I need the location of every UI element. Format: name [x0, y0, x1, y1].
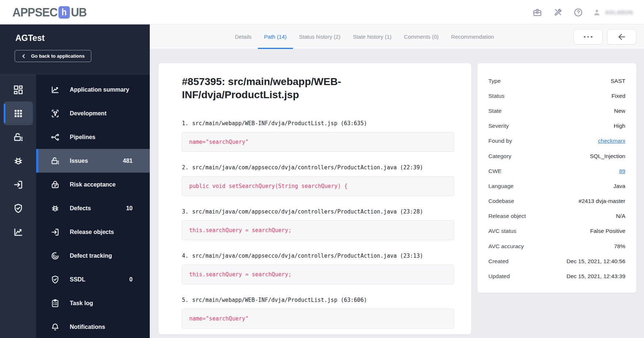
detail-row-severity: Severity High	[488, 119, 625, 134]
detail-value: SQL_Injection	[590, 153, 625, 160]
detail-row-avc-accuracy: AVC accuracy 78%	[488, 239, 625, 254]
tab-path[interactable]: Path (14)	[258, 24, 293, 49]
sidebar-item-risk-acceptance[interactable]: Risk acceptance	[36, 173, 150, 196]
bell-icon	[50, 322, 60, 332]
path-step: 3.src/main/java/com/appsecco/dvja/contro…	[182, 208, 454, 240]
go-back-to-applications-button[interactable]: Go back to applications	[15, 50, 91, 62]
found-by-link[interactable]: checkmarx	[598, 138, 625, 144]
sidebar-item-pipelines[interactable]: Pipelines	[36, 125, 150, 149]
sidebar-item-application-summary[interactable]: Application summary	[36, 78, 150, 101]
code-snippet: name="searchQuery"	[189, 139, 249, 145]
logo-text-suffix: UB	[71, 5, 87, 19]
tab-status-history[interactable]: Status history (2)	[293, 24, 347, 49]
sidebar-item-label: SSDL	[70, 276, 85, 283]
path-step: 4.src/main/java/com/appsecco/dvja/contro…	[182, 252, 454, 284]
sidebar-item-development[interactable]: Development	[36, 101, 150, 125]
detail-value: Dec 15, 2021, 12:40:56	[567, 258, 625, 265]
rail-line-chart-icon[interactable]	[0, 220, 36, 244]
enter-box-icon	[50, 227, 60, 237]
detail-value: Dec 15, 2021, 12:43:39	[567, 273, 625, 280]
path-step-file: src/main/webapp/WEB-INF/dvja/ProductList…	[192, 120, 367, 127]
tab-comments[interactable]: Comments (0)	[398, 24, 445, 49]
detail-value: #2413 dvja-master	[579, 198, 625, 204]
appsechub-logo[interactable]: APPSEC h UB	[12, 0, 87, 24]
go-back-label: Go back to applications	[31, 53, 85, 59]
path-step-number: 2.	[182, 164, 188, 171]
rail-shield-check-icon[interactable]	[0, 196, 36, 220]
ssdl-count-badge: 0	[129, 276, 150, 283]
rail-apps-grid-icon[interactable]	[4, 101, 33, 125]
unlock-alert-icon	[50, 156, 60, 166]
detail-value: N/A	[616, 213, 625, 219]
sidebar-header: AGTest Go back to applications	[0, 24, 150, 74]
code-snippet-box: public void setSearchQuery(String search…	[182, 176, 454, 196]
path-step-file: src/main/java/com/appsecco/dvja/controll…	[192, 208, 423, 215]
icon-rail	[0, 74, 36, 338]
path-step-number: 1.	[182, 120, 188, 127]
sidebar-item-release-objects[interactable]: Release objects	[36, 220, 150, 244]
chevron-left-icon	[21, 54, 26, 59]
defects-count-badge: 10	[126, 205, 150, 212]
detail-value: New	[614, 108, 625, 114]
application-name: AGTest	[15, 33, 45, 43]
bug-icon	[50, 204, 60, 213]
tab-state-history[interactable]: State history (1)	[347, 24, 398, 49]
detail-row-cwe: CWE 89	[488, 164, 625, 178]
sidebar-item-issues[interactable]: Issues 481	[36, 149, 150, 173]
issue-details-panel: Type SAST Status Fixed State New Severit…	[477, 63, 636, 293]
logo-text-prefix: APPSEC	[12, 5, 57, 19]
detail-label: Created	[488, 258, 508, 265]
lock-check-icon	[50, 180, 60, 189]
sidebar-item-ssdl[interactable]: SSDL 0	[36, 268, 150, 291]
tab-details[interactable]: Details	[229, 24, 258, 49]
sidebar-item-label: Task log	[70, 300, 93, 307]
detail-value: Fixed	[611, 93, 625, 99]
detail-label: Status	[488, 93, 504, 99]
rail-enter-box-icon[interactable]	[0, 173, 36, 196]
briefcase-icon[interactable]	[533, 8, 542, 17]
sidebar-item-notifications[interactable]: Notifications	[36, 315, 150, 338]
rail-bug-icon[interactable]	[0, 149, 36, 173]
sidebar-item-defect-tracking[interactable]: Defect tracking	[36, 244, 150, 268]
tab-recommendation[interactable]: Recommendation	[445, 24, 500, 49]
code-snippet: this.searchQuery = searchQuery;	[189, 271, 291, 278]
user-menu[interactable]: AGLADUN	[592, 0, 633, 24]
path-step-number: 5.	[182, 297, 188, 303]
detail-row-state: State New	[488, 103, 625, 118]
detail-label: Severity	[488, 123, 509, 129]
issues-count-badge: 481	[123, 158, 150, 164]
path-step-number: 4.	[182, 253, 188, 259]
line-chart-icon	[50, 85, 60, 95]
sidebar: AGTest Go back to applications	[0, 24, 150, 338]
detail-row-found-by: Found by checkmarx	[488, 134, 625, 149]
path-step-number: 3.	[182, 208, 188, 215]
clipboard-list-icon	[50, 299, 60, 308]
help-icon[interactable]	[573, 8, 583, 17]
sidebar-item-task-log[interactable]: Task log	[36, 291, 150, 315]
sidebar-item-label: Issues	[70, 158, 88, 164]
sidebar-item-label: Pipelines	[70, 134, 95, 141]
more-actions-button[interactable]	[573, 29, 603, 45]
detail-row-category: Category SQL_Injection	[488, 149, 625, 164]
sidebar-menu: Application summary Development	[36, 74, 150, 338]
path-step: 1.src/main/webapp/WEB-INF/dvja/ProductLi…	[182, 120, 454, 152]
code-snippet-box: name="searchQuery"	[182, 309, 454, 329]
detail-label: Language	[488, 183, 514, 189]
cwe-link[interactable]: 89	[619, 168, 625, 174]
tools-icon[interactable]	[553, 8, 563, 17]
rail-dashboard-icon[interactable]	[0, 78, 36, 101]
detail-row-created: Created Dec 15, 2021, 12:40:56	[488, 254, 625, 269]
rail-unlock-alert-icon[interactable]	[0, 125, 36, 149]
sidebar-item-label: Risk acceptance	[70, 181, 115, 188]
sidebar-item-defects[interactable]: Defects 10	[36, 196, 150, 220]
path-step-location: 1.src/main/webapp/WEB-INF/dvja/ProductLi…	[182, 120, 454, 127]
path-step-location: 3.src/main/java/com/appsecco/dvja/contro…	[182, 208, 454, 216]
issue-title: #857395: src/main/webapp/WEB-INF/dvja/Pr…	[182, 75, 361, 101]
detail-label: Updated	[488, 273, 510, 280]
sidebar-item-label: Defect tracking	[70, 253, 112, 259]
detail-label: Category	[488, 153, 511, 160]
back-button[interactable]	[607, 29, 636, 45]
detail-label: Release object	[488, 213, 526, 219]
path-list: 1.src/main/webapp/WEB-INF/dvja/ProductLi…	[182, 120, 454, 329]
detail-row-updated: Updated Dec 15, 2021, 12:43:39	[488, 269, 625, 284]
